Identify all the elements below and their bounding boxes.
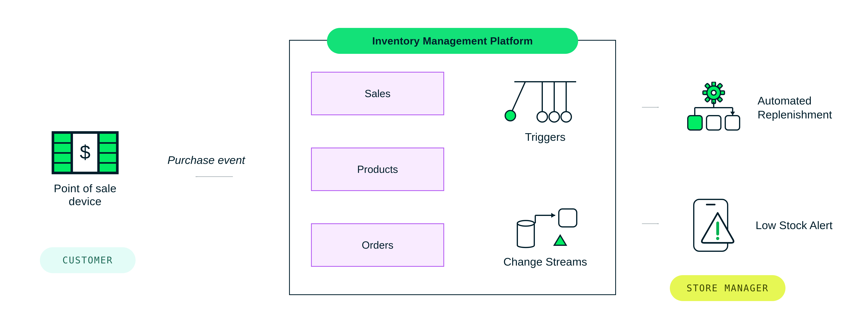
svg-rect-6 (99, 143, 117, 153)
svg-rect-47 (688, 116, 702, 130)
svg-rect-49 (725, 116, 740, 130)
platform-title: Inventory Management Platform (327, 28, 578, 54)
edge-purchase-event (140, 176, 289, 177)
svg-rect-8 (99, 163, 117, 172)
role-store-manager: STORE MANAGER (670, 275, 785, 301)
edge-to-replenish (616, 107, 684, 108)
svg-point-12 (196, 176, 197, 177)
svg-marker-46 (730, 112, 735, 115)
diagram-canvas: $ Point of sale device Purchase event In… (0, 0, 868, 323)
svg-rect-34 (712, 82, 715, 86)
svg-point-31 (658, 223, 659, 224)
automated-replenishment: Automated Replenishment (684, 82, 832, 134)
svg-rect-48 (707, 116, 721, 130)
svg-rect-37 (720, 91, 724, 94)
phone-alert-icon (688, 196, 742, 255)
svg-text:$: $ (80, 141, 90, 163)
svg-line-14 (512, 82, 525, 113)
svg-rect-7 (99, 153, 117, 163)
svg-point-29 (658, 107, 659, 108)
svg-rect-2 (54, 143, 71, 153)
cash-register-icon: $ (51, 131, 119, 175)
pendulum-icon (502, 78, 588, 126)
pos-device: $ Point of sale device (51, 131, 119, 208)
svg-point-15 (505, 111, 516, 121)
role-customer: CUSTOMER (40, 247, 135, 273)
triggers-block: Triggers (502, 78, 588, 143)
svg-rect-26 (559, 209, 577, 227)
svg-point-33 (711, 90, 716, 95)
svg-point-19 (549, 112, 559, 122)
change-streams-label: Change Streams (492, 255, 598, 268)
collection-orders: Orders (311, 223, 444, 267)
low-stock-alert: Low Stock Alert (688, 196, 833, 255)
svg-rect-5 (99, 133, 117, 143)
svg-point-53 (716, 237, 719, 240)
svg-rect-1 (54, 133, 71, 143)
svg-rect-36 (703, 91, 707, 94)
svg-rect-4 (54, 163, 71, 172)
svg-marker-27 (554, 235, 566, 245)
change-streams-icon (492, 203, 598, 251)
automated-replenishment-label: Automated Replenishment (757, 94, 832, 122)
low-stock-alert-label: Low Stock Alert (755, 218, 833, 232)
triggers-label: Triggers (502, 130, 588, 143)
workflow-gear-icon (684, 82, 744, 134)
collection-products: Products (311, 148, 444, 191)
svg-point-17 (537, 112, 548, 122)
pos-device-label: Point of sale device (51, 182, 119, 208)
svg-marker-25 (551, 213, 555, 218)
change-streams-block: Change Streams (492, 203, 598, 268)
svg-rect-3 (54, 153, 71, 163)
edge-label-purchase-event: Purchase event (167, 153, 245, 167)
collection-sales: Sales (311, 72, 444, 115)
svg-point-21 (561, 112, 571, 122)
edge-to-alert (616, 223, 684, 224)
svg-point-22 (517, 221, 534, 226)
